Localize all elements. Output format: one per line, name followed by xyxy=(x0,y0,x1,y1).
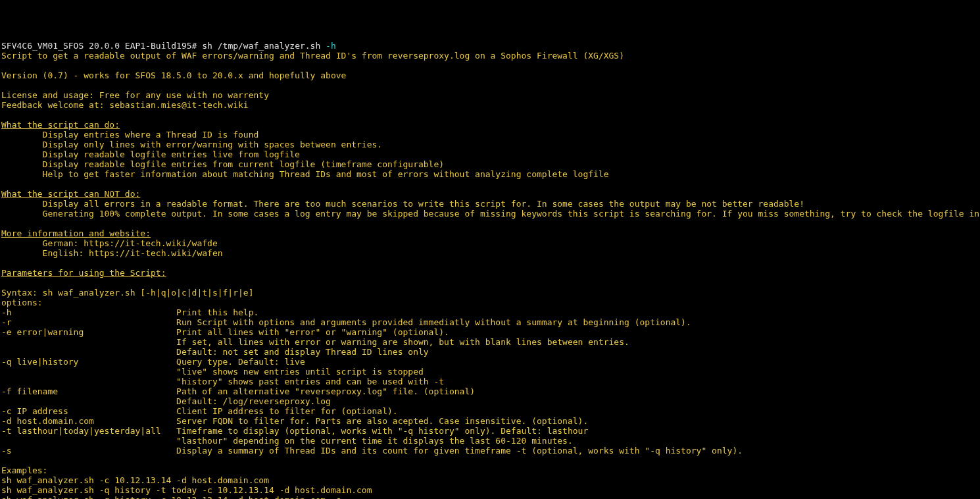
output-line: English: https://it-tech.wiki/wafen xyxy=(1,248,223,258)
output-line: Display only lines with error/warning wi… xyxy=(1,140,382,149)
option-line: Default: not set and display Thread ID l… xyxy=(1,347,429,357)
option-line: "history" shows past entries and can be … xyxy=(1,377,444,386)
option-line: -r Run Script with options and arguments… xyxy=(1,317,691,327)
option-line: -e error|warning Print all lines with "e… xyxy=(1,327,449,337)
shell-prompt: SFV4C6_VM01_SFOS 20.0.0 EAP1-Build195# xyxy=(1,41,202,51)
output-line: Display all errors in a readable format.… xyxy=(1,199,804,209)
example-line: sh waf_analyzer.sh -c 10.12.13.14 -d hos… xyxy=(1,475,269,485)
section-heading: What the script can NOT do: xyxy=(1,189,140,199)
output-line: Version (0.7) - works for SFOS 18.5.0 to… xyxy=(1,70,346,80)
output-line: Script to get a readable output of WAF e… xyxy=(1,51,624,61)
option-line: -f filename Path of an alternative "reve… xyxy=(1,386,475,396)
output-line: Feedback welcome at: sebastian.mies@it-t… xyxy=(1,100,249,110)
command-flag: -h xyxy=(326,41,336,51)
output-line: options: xyxy=(1,298,43,307)
example-line: sh waf_analyzer.sh -q history -t today -… xyxy=(1,485,372,495)
terminal-window[interactable]: SFV4C6_VM01_SFOS 20.0.0 EAP1-Build195# s… xyxy=(1,41,979,499)
output-line: License and usage: Free for any use with… xyxy=(1,90,269,100)
output-line: Examples: xyxy=(1,465,47,475)
option-line: -q live|history Query type. Default: liv… xyxy=(1,357,305,367)
output-line: Generating 100% complete output. In some… xyxy=(1,209,980,219)
section-heading: What the script can do: xyxy=(1,120,120,130)
option-line: -t lasthour|today|yesterday|all Timefram… xyxy=(1,426,588,436)
option-line: "live" shows new entries until script is… xyxy=(1,367,424,377)
option-line: If set, all lines with error or warning … xyxy=(1,337,629,347)
output-line: Display readable logfile entries live fr… xyxy=(1,149,300,159)
option-line: "lasthour" depending on the current time… xyxy=(1,436,573,446)
output-line: German: https://it-tech.wiki/wafde xyxy=(1,238,218,248)
output-line: Syntax: sh waf_analyzer.sh [-h|q|o|c|d|t… xyxy=(1,288,254,298)
output-line: Display readable logfile entries from cu… xyxy=(1,159,444,169)
section-heading: More information and website: xyxy=(1,228,151,238)
output-line: Help to get faster information about mat… xyxy=(1,169,609,179)
option-line: Default: /log/reverseproxy.log xyxy=(1,396,331,406)
option-line: -c IP address Client IP address to filte… xyxy=(1,406,398,416)
option-line: -s Display a summary of Thread IDs and i… xyxy=(1,446,743,456)
output-line: Display entries where a Thread ID is fou… xyxy=(1,130,258,140)
option-line: -d host.domain.com Server FQDN to filter… xyxy=(1,416,588,426)
section-heading: Parameters for using the Script: xyxy=(1,268,166,278)
example-line: sh waf_analyzer.sh -q history -c 10.12.1… xyxy=(1,495,341,499)
option-line: -h Print this help. xyxy=(1,307,258,317)
command: sh /tmp/waf_analyzer.sh xyxy=(202,41,326,51)
